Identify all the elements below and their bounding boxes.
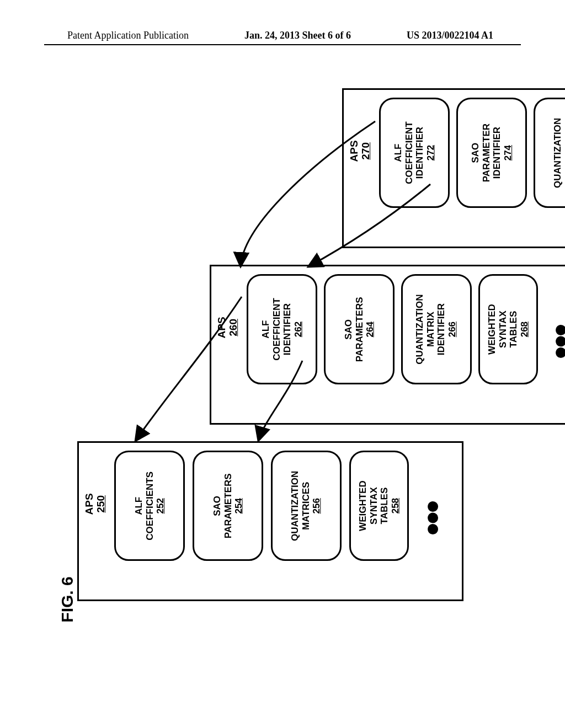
cell-252: ALF COEFFICIENTS 252 <box>114 451 185 561</box>
cell-label-274: SAO PARAMETER IDENTIFIER 274 <box>470 124 513 182</box>
cell-label-252: ALF COEFFICIENTS 252 <box>134 472 166 540</box>
figure-label: FIG. 6 <box>58 576 77 622</box>
aps-title-text: APS <box>348 140 360 162</box>
cell-label-258: WEIGHTED SYNTAX TABLES 258 <box>358 480 401 531</box>
cell-label-264: SAO PARAMETERS 264 <box>343 297 376 362</box>
cell-274: SAO PARAMETER IDENTIFIER 274 <box>456 98 527 208</box>
aps-title-ref: 270 <box>360 142 371 160</box>
cell-label-254: SAO PARAMETERS 254 <box>212 473 244 538</box>
figure-area: APS 250 ALF COEFFICIENTS 252 SAO PARAMET… <box>77 88 486 607</box>
aps-title-270: APS 270 <box>349 135 372 168</box>
ellipsis-250: ●●● <box>425 502 438 537</box>
cell-268: WEIGHTED SYNTAX TABLES 268 <box>478 274 538 384</box>
cell-label-266: QUANTIZATION MATRIX IDENTIFIER 266 <box>415 294 458 364</box>
aps-block-260: APS 260 ALF COEFFICIENT IDENTIFIER 262 S… <box>210 265 565 425</box>
aps-column-250: ALF COEFFICIENTS 252 SAO PARAMETERS 254 … <box>114 451 454 592</box>
header-right: US 2013/0022104 A1 <box>407 30 493 41</box>
aps-block-250: APS 250 ALF COEFFICIENTS 252 SAO PARAMET… <box>77 441 463 601</box>
cell-label-268: WEIGHTED SYNTAX TABLES 268 <box>487 304 530 355</box>
header-center: Jan. 24, 2013 Sheet 6 of 6 <box>244 30 351 41</box>
cell-label-256: QUANTIZATION MATRICES 256 <box>290 470 323 540</box>
cell-264: SAO PARAMETERS 264 <box>324 274 395 384</box>
aps-column-270: ALF COEFFICIENT IDENTIFIER 272 SAO PARAM… <box>379 98 565 239</box>
aps-title-260: APS 260 <box>216 311 239 344</box>
ellipsis-260: ●●● <box>553 326 565 360</box>
page-root: Patent Application Publication Jan. 24, … <box>0 0 565 728</box>
aps-title-ref: 260 <box>227 319 239 336</box>
aps-block-270: APS 270 ALF COEFFICIENT IDENTIFIER 272 S… <box>342 88 565 248</box>
cell-256: QUANTIZATION MATRICES 256 <box>271 451 342 561</box>
cell-272: ALF COEFFICIENT IDENTIFIER 272 <box>379 98 450 208</box>
aps-title-text: APS <box>83 493 95 515</box>
page-header: Patent Application Publication Jan. 24, … <box>0 30 565 41</box>
cell-label-262: ALF COEFFICIENT IDENTIFIER 262 <box>260 298 303 360</box>
header-rule <box>44 44 521 45</box>
cell-label-272: ALF COEFFICIENT IDENTIFIER 272 <box>393 121 436 184</box>
cell-258: WEIGHTED SYNTAX TABLES 258 <box>349 451 409 561</box>
cell-266: QUANTIZATION MATRIX IDENTIFIER 266 <box>401 274 472 384</box>
aps-title-text: APS <box>216 317 227 338</box>
cell-262: ALF COEFFICIENT IDENTIFIER 262 <box>247 274 317 384</box>
cell-276: QUANTIZATION MATRICES 276 <box>534 98 565 208</box>
header-left: Patent Application Publication <box>67 30 189 41</box>
cell-label-276: QUANTIZATION MATRICES 276 <box>553 117 565 188</box>
cell-254: SAO PARAMETERS 254 <box>193 451 263 561</box>
aps-column-260: ALF COEFFICIENT IDENTIFIER 262 SAO PARAM… <box>247 274 565 415</box>
aps-title-250: APS 250 <box>84 488 107 521</box>
aps-title-ref: 250 <box>95 495 106 513</box>
